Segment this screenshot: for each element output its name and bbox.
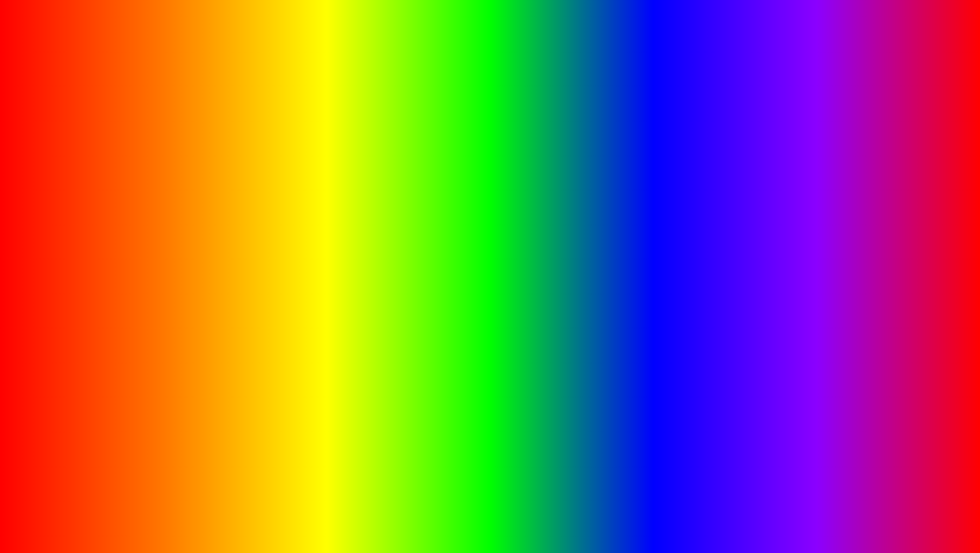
dropdown-title: Auto Race v4(Trial): [140, 249, 254, 259]
auto-katakuri-item[interactable]: Auto Katakuri: [59, 208, 144, 214]
fast-attack-item[interactable]: Fast Attack: [150, 170, 234, 177]
feat-auto-word: AUTO: [735, 131, 815, 158]
sky-item[interactable]: Sky v4(No Work): [59, 256, 144, 262]
feat-raid-word: RAID: [815, 227, 879, 254]
auto-farm-level-item[interactable]: Auto Farm Level: [59, 164, 144, 170]
feat-farm-word: FARM: [815, 131, 889, 158]
bottom-auto-word: AUTO: [164, 487, 292, 539]
panel-hub-name: Zaque Hub |: [58, 128, 92, 134]
ghoul-item[interactable]: Ghoul v4(Working): [59, 243, 144, 249]
melee-arrow: [139, 156, 141, 161]
section-elite-hunter: Elite Hunter: [150, 227, 234, 233]
panel-header: Zaque Hub | [General] [TP/Stats] [Shop/R…: [56, 127, 237, 136]
bottom-title-bar: AUTO RACE V4 SCRIPT PASTEBIN: [164, 487, 816, 539]
logo-skull-icon: ☠: [846, 481, 864, 505]
blox-fruits-logo: ☠ X FRUITS: [846, 473, 925, 534]
section-settings-farm: Settings Farm: [150, 140, 234, 146]
dropdown-cyborg[interactable]: Cyborg v4(No Work): [140, 313, 254, 323]
panel-tab-general[interactable]: [General]: [94, 128, 122, 134]
title-space: [453, 19, 468, 90]
feature-list: AUTO FARM AUTO QUEST LAW RAID AUTO RAID …: [735, 131, 915, 351]
bottom-v4-word: V4: [437, 487, 493, 539]
title-o: O: [350, 19, 403, 90]
melee-dropdown[interactable]: Melee: [59, 154, 144, 163]
panel-left-column: AutoFarm Select Weapon Melee Auto Farm L…: [56, 136, 147, 313]
auto-farm-bone-item[interactable]: Auto Farm Bone: [59, 179, 144, 186]
dropdown-human[interactable]: Human v4(Working): [140, 291, 254, 302]
dropdown-sky[interactable]: Sky v4(No Work): [140, 302, 254, 313]
select-weapon-item[interactable]: Select Weapon: [59, 147, 144, 153]
feature-trial-v4: TRIAL V4: [735, 259, 915, 287]
auto-buy-law-chip-item[interactable]: Auto Buy Law Chip: [150, 205, 234, 212]
feat-quest-word: QUEST: [815, 163, 904, 190]
dropdown-fish[interactable]: Fish v4(No Work): [140, 270, 254, 281]
panel-tab-tpstats[interactable]: [TP/Stats]: [124, 128, 155, 134]
dropdown-mink[interactable]: Mink v4(No Work): [140, 259, 254, 270]
melee-label: Melee: [61, 156, 77, 161]
logo-x-letter: X: [867, 473, 894, 513]
auto-yama-item[interactable]: Auto Yama: [59, 291, 144, 297]
status-no-s-item: Status : No S...: [150, 234, 234, 240]
race-dropdown-overlay: Auto Race v4(Trial) Mink v4(No Work) Fis…: [139, 248, 255, 324]
cyborg-item[interactable]: Cyborg v4(No Work): [59, 262, 144, 269]
human-item[interactable]: Human v4(Working): [59, 249, 144, 256]
panel-tab-misc[interactable]: [Misc]: [193, 128, 212, 134]
timer-display: 30:14: [349, 237, 386, 254]
fast-attack-trigon-item[interactable]: Fast Attack(Trigon,Evon): [150, 177, 234, 184]
select-fast-attack-label: Select Fast Attack: [150, 153, 234, 160]
bring-mob-item[interactable]: Bring Mob: [150, 147, 234, 153]
main-title-container: B L O X F R U I T S: [262, 19, 718, 90]
total-elite-item: Total Elite H...: [150, 240, 234, 247]
dropdown-ghoul[interactable]: Ghoul v4(Working): [140, 281, 254, 291]
feature-auto-quest: AUTO QUEST: [735, 163, 915, 191]
feat-auto3-word: AUTO: [735, 227, 815, 254]
feat-trial-ghoul-word: TRIAL GHOUL: [735, 323, 912, 350]
title-r: R: [514, 19, 563, 90]
need-more-item: Need more : 500: [59, 201, 144, 208]
title-l: L: [307, 19, 348, 90]
title-x: X: [405, 19, 450, 90]
feature-trial-human: TRIAL HUMAN: [735, 291, 915, 319]
section-law-farm: Law Farm: [150, 199, 234, 204]
title-b: B: [255, 19, 304, 90]
auto-haki-item[interactable]: Auto Haki: [150, 184, 234, 190]
section-auto-race: Auto Race v4(Trial): [59, 223, 144, 228]
main-title: B L O X F R U I T S: [262, 19, 718, 90]
normal-arrow: [228, 162, 231, 168]
auto-twin-hook-item[interactable]: Auto Twin Hook: [59, 304, 144, 310]
feature-auto-farm: AUTO FARM: [735, 131, 915, 159]
normal-label: Normal: [153, 162, 171, 168]
panel-tab-shopraid[interactable]: [Shop/Raid]: [157, 128, 191, 134]
title-s: S: [680, 19, 725, 90]
feature-law-raid: LAW RAID: [735, 195, 915, 223]
auto-start-law-dungeon-item[interactable]: Auto Start Law Dungeon: [150, 212, 234, 219]
auto-kill-item[interactable]: Auto Kill: [150, 219, 234, 225]
title-i: I: [616, 19, 634, 90]
normal-dropdown[interactable]: Normal: [150, 161, 234, 169]
feat-auto2-word: AUTO: [735, 163, 815, 190]
feature-auto-raid: AUTO RAID: [735, 227, 915, 255]
auto-dark-coat-item[interactable]: Auto Dark Coat: [59, 278, 144, 284]
section-misc-farm: Misc Farm: [59, 172, 144, 178]
section-katakuri: Katakuri: [59, 194, 144, 200]
feat-trial-v4-word: TRIAL V4: [735, 259, 851, 286]
mink-item[interactable]: Mink v4(No Work): [59, 229, 144, 236]
title-t: T: [636, 19, 677, 90]
bottom-race-word: RACE: [300, 487, 430, 539]
auto-dark-dagger-item[interactable]: Auto Dark Dagger: [59, 284, 144, 291]
auto-holy-torch-item[interactable]: Auto Holy Torch: [59, 297, 144, 304]
bottom-script-word: SCRIPT: [501, 493, 632, 533]
title-u: U: [565, 19, 614, 90]
feature-trial-ghoul: TRIAL GHOUL: [735, 323, 915, 351]
auto-trade-bone-item[interactable]: Auto Trade Bone: [59, 186, 144, 192]
auto-open-dough-item[interactable]: Auto Open Dough Dungeon: [59, 214, 144, 221]
fish-item[interactable]: Fish v4(No Work): [59, 236, 144, 243]
main-content: B L O X F R U I T S Zaque Hub | [General…: [4, 4, 976, 549]
bottom-pastebin-word: PASTEBIN: [639, 493, 816, 533]
title-f: F: [471, 19, 512, 90]
section-autofarm: AutoFarm: [59, 140, 144, 146]
feat-law-raid-word: LAW RAID: [735, 195, 864, 222]
delete-attack-effect-item[interactable]: Delete Attack Effect: [150, 190, 234, 197]
section-auto-item: Auto Item: [59, 271, 144, 276]
feat-trial-human-word: TRIAL HUMAN: [735, 291, 915, 318]
